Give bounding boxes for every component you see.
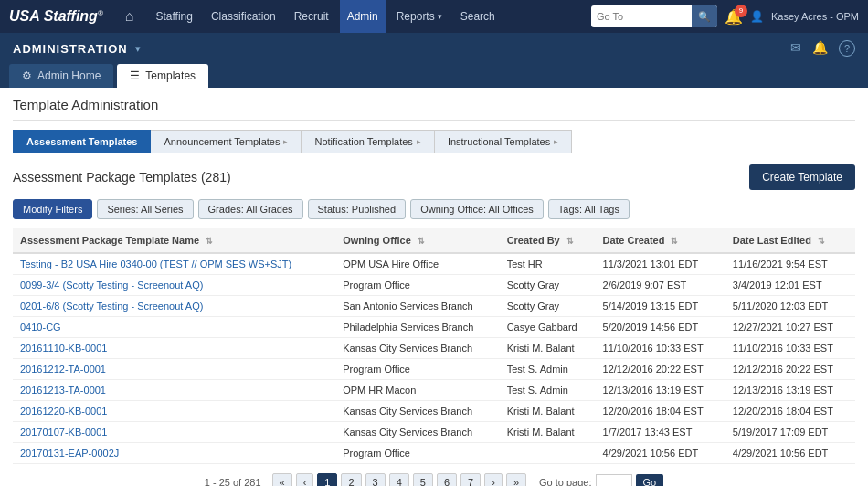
template-link-6[interactable]: 20161213-TA-0001 — [20, 385, 106, 396]
goto-page-input[interactable] — [596, 474, 632, 486]
cell-office-5: Program Office — [335, 359, 499, 380]
template-link-5[interactable]: 20161212-TA-0001 — [20, 364, 106, 375]
col-date-edited: Date Last Edited ⇅ — [725, 228, 855, 253]
table-row: 20161220-KB-0001 Kansas City Services Br… — [13, 401, 855, 422]
template-link-2[interactable]: 0201-6/8 (Scotty Testing - Screenout AQ) — [20, 301, 203, 312]
template-link-0[interactable]: Testing - B2 USA Hire 0340-00 (TEST // O… — [20, 259, 291, 269]
page-tabs: ⚙ Admin Home ☰ Templates — [0, 64, 868, 88]
pagination-range: 1 - 25 of 281 — [205, 477, 261, 486]
cell-created-by-0: Test HR — [500, 253, 596, 275]
table-row: 20161212-TA-0001 Program Office Test S. … — [13, 359, 855, 380]
goto-input[interactable] — [591, 11, 692, 22]
cell-date-edited-9: 4/29/2021 10:56 EDT — [725, 443, 855, 464]
cell-name-9: 20170131-EAP-0002J — [13, 443, 335, 464]
sort-date-edited-icon[interactable]: ⇅ — [818, 237, 825, 246]
status-filter-button[interactable]: Status: Published — [308, 199, 407, 219]
logo: USA Staffing® — [9, 8, 103, 25]
page-first-button[interactable]: « — [272, 473, 292, 486]
tab-templates[interactable]: ☰ Templates — [117, 64, 208, 88]
cell-name-2: 0201-6/8 (Scotty Testing - Screenout AQ) — [13, 296, 335, 317]
mail-icon[interactable]: ✉ — [790, 40, 801, 57]
page-last-button[interactable]: » — [506, 473, 526, 486]
cell-date-edited-4: 11/10/2016 10:33 EST — [725, 338, 855, 359]
col-template-name: Assessment Package Template Name ⇅ — [13, 228, 335, 253]
tab-announcement-templates[interactable]: Announcement Templates ▸ — [151, 130, 302, 153]
cell-name-5: 20161212-TA-0001 — [13, 359, 335, 380]
sub-header-dropdown-icon[interactable]: ▾ — [135, 43, 141, 55]
table-row: 0099-3/4 (Scotty Testing - Screenout AQ)… — [13, 275, 855, 296]
cell-date-created-5: 12/12/2016 20:22 EST — [596, 359, 725, 380]
cell-date-created-6: 12/13/2016 13:19 EST — [596, 380, 725, 401]
page-7-button[interactable]: 7 — [460, 473, 481, 486]
table-row: 20161213-TA-0001 OPM HR Macon Test S. Ad… — [13, 380, 855, 401]
help-icon[interactable]: ? — [839, 40, 855, 57]
cell-office-1: Program Office — [335, 275, 499, 296]
cell-date-created-8: 1/7/2017 13:43 EST — [596, 422, 725, 443]
page-6-button[interactable]: 6 — [437, 473, 457, 486]
cell-name-8: 20170107-KB-0001 — [13, 422, 335, 443]
page-5-button[interactable]: 5 — [413, 473, 433, 486]
cell-date-created-1: 2/6/2019 9:07 EST — [596, 275, 725, 296]
tab-instructional-templates[interactable]: Instructional Templates ▸ — [435, 130, 572, 153]
goto-label: Go to page: — [539, 477, 592, 486]
home-icon[interactable]: ⌂ — [125, 8, 134, 25]
notification-bell[interactable]: 🔔 9 — [725, 8, 743, 26]
cell-name-7: 20161220-KB-0001 — [13, 401, 335, 422]
nav-search[interactable]: Search — [453, 0, 503, 33]
table-row: 20170107-KB-0001 Kansas City Services Br… — [13, 422, 855, 443]
cell-date-edited-0: 11/16/2021 9:54 EST — [725, 253, 855, 275]
create-template-button[interactable]: Create Template — [749, 164, 855, 190]
sort-name-icon[interactable]: ⇅ — [206, 237, 213, 246]
tab-templates-label: Templates — [145, 69, 196, 82]
bell-icon[interactable]: 🔔 — [812, 40, 828, 57]
template-link-1[interactable]: 0099-3/4 (Scotty Testing - Screenout AQ) — [20, 280, 203, 291]
reports-arrow: ▾ — [438, 12, 442, 21]
nav-recruit[interactable]: Recruit — [287, 0, 336, 33]
grades-filter-button[interactable]: Grades: All Grades — [198, 199, 303, 219]
nav-admin[interactable]: Admin — [340, 0, 386, 33]
page-2-button[interactable]: 2 — [341, 473, 361, 486]
nav-reports[interactable]: Reports ▾ — [389, 0, 450, 33]
owning-office-filter-button[interactable]: Owning Office: All Offices — [410, 199, 544, 219]
page-prev-button[interactable]: ‹ — [296, 473, 314, 486]
sort-office-icon[interactable]: ⇅ — [418, 237, 425, 246]
tab-assessment-templates[interactable]: Assessment Templates — [13, 130, 151, 153]
cell-date-edited-1: 3/4/2019 12:01 EST — [725, 275, 855, 296]
goto-search: 🔍 — [591, 5, 717, 27]
notif-badge: 9 — [735, 5, 747, 17]
cell-date-edited-3: 12/27/2021 10:27 EST — [725, 317, 855, 338]
page-3-button[interactable]: 3 — [365, 473, 386, 486]
template-link-4[interactable]: 20161110-KB-0001 — [20, 343, 107, 354]
goto-page-button[interactable]: Go — [636, 474, 664, 486]
cell-date-created-0: 11/3/2021 13:01 EDT — [596, 253, 725, 275]
page-4-button[interactable]: 4 — [389, 473, 409, 486]
page-next-button[interactable]: › — [484, 473, 503, 486]
sort-date-created-icon[interactable]: ⇅ — [671, 237, 678, 246]
template-link-9[interactable]: 20170131-EAP-0002J — [20, 448, 119, 459]
nav-classification[interactable]: Classification — [204, 0, 283, 33]
template-link-7[interactable]: 20161220-KB-0001 — [20, 406, 107, 417]
page-1-button[interactable]: 1 — [317, 473, 337, 486]
cell-office-7: Kansas City Services Branch — [335, 401, 499, 422]
cell-created-by-4: Kristi M. Balant — [500, 338, 596, 359]
tab-admin-home-label: Admin Home — [37, 69, 101, 82]
nav-right: 🔍 🔔 9 👤 Kasey Acres - OPM — [591, 5, 859, 27]
table-row: Testing - B2 USA Hire 0340-00 (TEST // O… — [13, 253, 855, 275]
template-link-3[interactable]: 0410-CG — [20, 322, 61, 333]
pagination-row: 1 - 25 of 281 « ‹ 1 2 3 4 5 6 7 › » Go t… — [13, 473, 855, 486]
sort-created-by-icon[interactable]: ⇅ — [566, 237, 574, 246]
cell-name-3: 0410-CG — [13, 317, 335, 338]
tab-admin-home[interactable]: ⚙ Admin Home — [9, 64, 113, 88]
cell-name-0: Testing - B2 USA Hire 0340-00 (TEST // O… — [13, 253, 335, 275]
template-link-8[interactable]: 20170107-KB-0001 — [20, 427, 107, 438]
modify-filters-button[interactable]: Modify Filters — [13, 199, 92, 219]
goto-search-button[interactable]: 🔍 — [692, 5, 717, 27]
page-title: Template Administration — [13, 97, 855, 121]
tags-filter-button[interactable]: Tags: All Tags — [548, 199, 630, 219]
nav-staffing[interactable]: Staffing — [148, 0, 199, 33]
templates-icon: ☰ — [130, 69, 140, 82]
tab-notification-templates[interactable]: Notification Templates ▸ — [302, 130, 434, 153]
cell-created-by-2: Scotty Gray — [500, 296, 596, 317]
cell-name-6: 20161213-TA-0001 — [13, 380, 335, 401]
series-filter-button[interactable]: Series: All Series — [97, 199, 193, 219]
